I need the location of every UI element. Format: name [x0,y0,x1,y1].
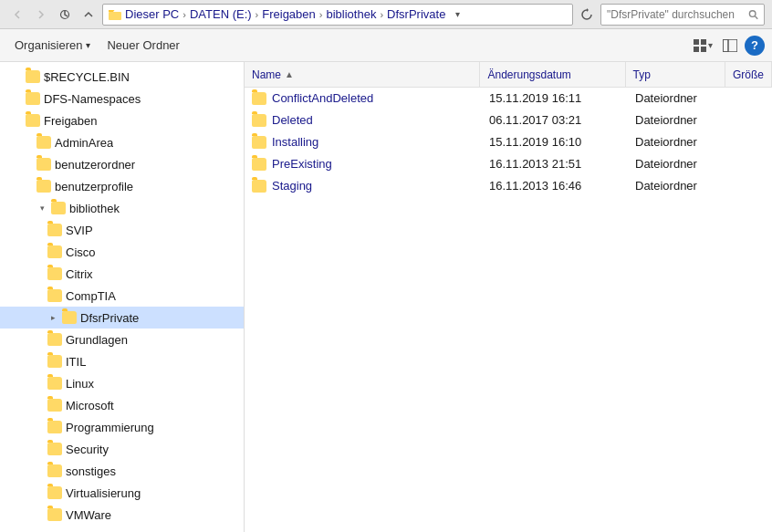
sidebar-item-dfs[interactable]: DFS-Namespaces [0,88,244,110]
sidebar-label-svip: SVIP [66,224,93,237]
sidebar-item-dfsrprivate[interactable]: ▸ DfsrPrivate [0,307,244,329]
sidebar-item-microsoft[interactable]: Microsoft [0,394,244,416]
sidebar-item-comptia[interactable]: CompTIA [0,285,244,307]
sidebar-item-itil[interactable]: ITIL [0,350,244,372]
search-icon [748,9,758,20]
organize-button[interactable]: Organisieren ▾ [7,33,98,58]
view-grid-icon [694,39,708,52]
sidebar-item-adminarea[interactable]: AdminArea [0,131,244,153]
sidebar-label-microsoft: Microsoft [66,399,114,412]
table-row[interactable]: ConflictAndDeleted 15.11.2019 16:11 Date… [245,88,772,110]
crumb-bibliothek[interactable]: bibliothek [326,7,376,21]
file-cell-name: PreExisting [245,153,482,174]
file-cell-date: 06.11.2017 03:21 [482,110,628,130]
file-cell-type: Dateiordner [628,153,728,174]
folder-icon-srecycle [26,70,40,83]
sidebar-item-benutzerprofile[interactable]: benutzerprofile [0,175,244,197]
pane-toggle-button[interactable] [717,33,743,58]
sidebar-label-citrix: Citrix [66,267,93,281]
col-header-type[interactable]: Typ [626,62,725,87]
col-header-name[interactable]: Name ▲ [245,62,480,87]
table-row[interactable]: Staging 16.11.2013 16:46 Dateiordner [245,175,772,197]
sidebar-item-programmierung[interactable]: Programmierung [0,416,244,438]
crumb-dieser-pc[interactable]: Dieser PC [125,7,179,21]
svg-rect-1 [109,12,121,20]
crumb-daten[interactable]: DATEN (E:) [190,7,252,21]
sidebar-item-freigaben[interactable]: Freigaben [0,110,244,131]
folder-icon-linux [47,377,62,390]
sidebar-item-svip[interactable]: SVIP [0,219,244,241]
folder-icon-grundlagen [47,333,62,346]
file-cell-size [728,110,772,130]
file-folder-icon [252,180,266,193]
col-header-size[interactable]: Größe [725,62,772,87]
file-cell-type: Dateiordner [628,110,728,130]
sidebar-item-citrix[interactable]: Citrix [0,263,244,285]
sidebar-item-security[interactable]: Security [0,438,244,460]
file-folder-icon [252,136,266,149]
folder-icon-benutzerprofile [37,180,51,193]
svg-point-2 [749,10,756,16]
sidebar-label-benutzerordner: benutzerordner [55,158,135,172]
sidebar-label-dfs: DFS-Namespaces [44,92,141,106]
crumb-freigaben[interactable]: Freigaben [262,7,316,21]
col-header-date[interactable]: Änderungsdatum [480,62,625,87]
svg-rect-5 [701,39,706,45]
back-button[interactable] [7,5,27,25]
sidebar-label-programmierung: Programmierung [66,421,154,434]
file-cell-date: 15.11.2019 16:10 [482,131,628,152]
sidebar-label-bibliothek: bibliothek [69,202,120,215]
file-cell-size [728,175,772,196]
sidebar-item-grundlagen[interactable]: Grundlagen [0,329,244,350]
expand-arrow-dfsrprivate: ▸ [47,312,58,323]
main-area: $RECYCLE.BIN DFS-Namespaces Freigaben Ad… [0,62,772,532]
file-cell-type: Dateiordner [628,88,728,109]
sidebar: $RECYCLE.BIN DFS-Namespaces Freigaben Ad… [0,62,245,532]
svg-rect-6 [694,47,699,52]
file-list: ConflictAndDeleted 15.11.2019 16:11 Date… [245,88,772,532]
file-cell-size [728,153,772,174]
sidebar-item-cisco[interactable]: Cisco [0,241,244,263]
sidebar-item-benutzerordner[interactable]: benutzerordner [0,153,244,175]
folder-icon-programmierung [47,421,62,433]
file-cell-name: Deleted [245,110,482,130]
sidebar-label-itil: ITIL [66,355,86,369]
sidebar-item-virtualisierung[interactable]: Virtualisierung [0,482,244,504]
search-input[interactable] [607,8,748,21]
help-button[interactable]: ? [745,36,765,56]
crumb-current: DfsrPrivate [387,7,445,21]
sidebar-item-bibliothek[interactable]: ▾ bibliothek [0,197,244,219]
view-mode-button[interactable]: ▾ [690,33,715,58]
svg-rect-8 [723,39,728,52]
search-box[interactable] [600,4,765,26]
file-cell-date: 16.11.2013 21:51 [482,153,628,174]
refresh-button[interactable] [577,5,597,25]
sidebar-item-vmware[interactable]: VMWare [0,504,244,526]
sidebar-item-sonstiges[interactable]: sonstiges [0,460,244,482]
folder-icon-itil [47,355,62,368]
address-dropdown-button[interactable]: ▾ [449,4,465,26]
file-cell-type: Dateiordner [628,175,728,196]
up-button[interactable] [78,5,99,25]
new-folder-button[interactable]: Neuer Ordner [99,33,186,58]
file-name-label: PreExisting [272,157,332,171]
sidebar-label-comptia: CompTIA [66,289,116,303]
folder-icon-dfsrprivate [62,311,77,324]
folder-icon-microsoft [47,399,62,412]
sidebar-item-linux[interactable]: Linux [0,372,244,394]
folder-icon-benutzerordner [37,158,51,171]
sidebar-label-virtualisierung: Virtualisierung [66,486,141,500]
forward-button[interactable] [31,5,51,25]
expand-arrow-bibliothek: ▾ [37,203,47,214]
folder-icon-adminarea [37,136,51,149]
file-name-label: Deleted [272,113,313,127]
table-row[interactable]: Deleted 06.11.2017 03:21 Dateiordner [245,110,772,131]
sidebar-item-srecycle[interactable]: $RECYCLE.BIN [0,66,244,88]
address-bar[interactable]: Dieser PC › DATEN (E:) › Freigaben › bib… [102,4,573,26]
file-folder-icon [252,114,266,127]
folder-icon-svip [47,224,62,236]
svg-line-3 [755,16,757,18]
table-row[interactable]: Installing 15.11.2019 16:10 Dateiordner [245,131,772,153]
table-row[interactable]: PreExisting 16.11.2013 21:51 Dateiordner [245,153,772,175]
recent-button[interactable] [55,5,75,25]
